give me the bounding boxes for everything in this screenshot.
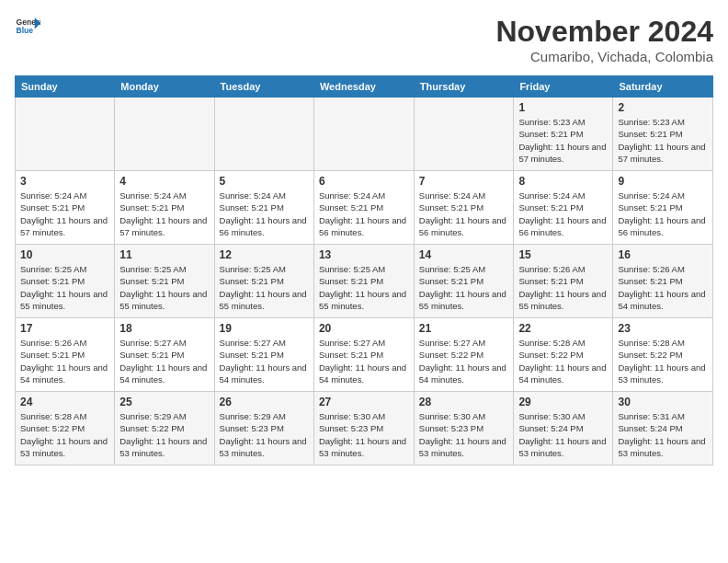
day-info: Sunrise: 5:27 AMSunset: 5:21 PMDaylight:…: [220, 337, 309, 385]
day-number: 3: [20, 175, 109, 188]
day-info: Sunrise: 5:30 AMSunset: 5:23 PMDaylight:…: [419, 410, 509, 459]
weekday-header-tuesday: Tuesday: [214, 76, 313, 98]
day-info: Sunrise: 5:28 AMSunset: 5:22 PMDaylight:…: [20, 410, 109, 459]
day-number: 9: [618, 175, 708, 188]
title-area: November 2024 Cumaribo, Vichada, Colombi…: [495, 15, 713, 64]
day-number: 13: [319, 248, 409, 261]
day-info: Sunrise: 5:25 AMSunset: 5:21 PMDaylight:…: [319, 263, 409, 312]
day-info: Sunrise: 5:29 AMSunset: 5:23 PMDaylight:…: [220, 410, 309, 459]
day-number: 5: [220, 175, 309, 188]
calendar-cell: 4Sunrise: 5:24 AMSunset: 5:21 PMDaylight…: [115, 171, 214, 245]
weekday-header-sunday: Sunday: [16, 76, 115, 98]
day-number: 15: [518, 248, 608, 261]
calendar-cell: 3Sunrise: 5:24 AMSunset: 5:21 PMDaylight…: [16, 171, 115, 245]
weekday-header-monday: Monday: [115, 76, 214, 98]
day-info: Sunrise: 5:28 AMSunset: 5:22 PMDaylight:…: [518, 337, 608, 385]
day-info: Sunrise: 5:28 AMSunset: 5:22 PMDaylight:…: [618, 337, 708, 385]
calendar-cell: 18Sunrise: 5:27 AMSunset: 5:21 PMDayligh…: [115, 318, 214, 392]
calendar-cell: 21Sunrise: 5:27 AMSunset: 5:22 PMDayligh…: [414, 318, 514, 392]
day-info: Sunrise: 5:27 AMSunset: 5:22 PMDaylight:…: [419, 337, 509, 385]
calendar-cell: 27Sunrise: 5:30 AMSunset: 5:23 PMDayligh…: [313, 392, 414, 465]
calendar-cell: 8Sunrise: 5:24 AMSunset: 5:21 PMDaylight…: [514, 171, 613, 245]
day-number: 20: [319, 322, 409, 335]
day-number: 16: [618, 248, 708, 261]
day-info: Sunrise: 5:24 AMSunset: 5:21 PMDaylight:…: [419, 190, 509, 238]
calendar-cell: 11Sunrise: 5:25 AMSunset: 5:21 PMDayligh…: [115, 245, 214, 318]
day-number: 12: [220, 248, 309, 261]
calendar-cell: 1Sunrise: 5:23 AMSunset: 5:21 PMDaylight…: [514, 98, 613, 171]
day-info: Sunrise: 5:25 AMSunset: 5:21 PMDaylight:…: [220, 263, 309, 312]
day-number: 6: [319, 175, 409, 188]
calendar-week-row: 24Sunrise: 5:28 AMSunset: 5:22 PMDayligh…: [16, 392, 713, 465]
weekday-header-friday: Friday: [514, 76, 613, 98]
day-number: 2: [618, 101, 708, 114]
day-number: 21: [419, 322, 509, 335]
day-info: Sunrise: 5:29 AMSunset: 5:22 PMDaylight:…: [119, 410, 209, 459]
calendar-cell: [214, 98, 313, 171]
calendar-cell: 5Sunrise: 5:24 AMSunset: 5:21 PMDaylight…: [214, 171, 313, 245]
calendar-cell: [16, 98, 115, 171]
calendar-cell: [313, 98, 414, 171]
day-number: 7: [419, 175, 509, 188]
day-info: Sunrise: 5:24 AMSunset: 5:21 PMDaylight:…: [518, 190, 608, 238]
calendar-cell: [115, 98, 214, 171]
day-number: 23: [618, 322, 708, 335]
calendar-cell: 17Sunrise: 5:26 AMSunset: 5:21 PMDayligh…: [16, 318, 115, 392]
day-number: 8: [518, 175, 608, 188]
calendar-cell: 23Sunrise: 5:28 AMSunset: 5:22 PMDayligh…: [613, 318, 713, 392]
calendar-cell: 29Sunrise: 5:30 AMSunset: 5:24 PMDayligh…: [514, 392, 613, 465]
calendar-cell: [414, 98, 514, 171]
calendar-cell: 6Sunrise: 5:24 AMSunset: 5:21 PMDaylight…: [313, 171, 414, 245]
day-number: 22: [518, 322, 608, 335]
weekday-header-wednesday: Wednesday: [313, 76, 414, 98]
day-info: Sunrise: 5:26 AMSunset: 5:21 PMDaylight:…: [618, 263, 708, 312]
day-number: 18: [119, 322, 209, 335]
calendar-cell: 15Sunrise: 5:26 AMSunset: 5:21 PMDayligh…: [514, 245, 613, 318]
day-info: Sunrise: 5:24 AMSunset: 5:21 PMDaylight:…: [20, 190, 109, 238]
day-info: Sunrise: 5:25 AMSunset: 5:21 PMDaylight:…: [419, 263, 509, 312]
day-number: 11: [119, 248, 209, 261]
day-info: Sunrise: 5:24 AMSunset: 5:21 PMDaylight:…: [119, 190, 209, 238]
calendar-cell: 22Sunrise: 5:28 AMSunset: 5:22 PMDayligh…: [514, 318, 613, 392]
day-number: 30: [618, 396, 708, 408]
day-number: 25: [119, 396, 209, 408]
logo-icon: General Blue: [15, 15, 40, 40]
calendar-table: SundayMondayTuesdayWednesdayThursdayFrid…: [15, 75, 713, 465]
calendar-week-row: 10Sunrise: 5:25 AMSunset: 5:21 PMDayligh…: [16, 245, 713, 318]
day-number: 17: [20, 322, 109, 335]
calendar-cell: 30Sunrise: 5:31 AMSunset: 5:24 PMDayligh…: [613, 392, 713, 465]
day-info: Sunrise: 5:25 AMSunset: 5:21 PMDaylight:…: [119, 263, 209, 312]
calendar-cell: 2Sunrise: 5:23 AMSunset: 5:21 PMDaylight…: [613, 98, 713, 171]
day-info: Sunrise: 5:24 AMSunset: 5:21 PMDaylight:…: [618, 190, 708, 238]
calendar-cell: 7Sunrise: 5:24 AMSunset: 5:21 PMDaylight…: [414, 171, 514, 245]
day-number: 4: [119, 175, 209, 188]
day-number: 1: [518, 101, 608, 114]
calendar-cell: 12Sunrise: 5:25 AMSunset: 5:21 PMDayligh…: [214, 245, 313, 318]
day-number: 24: [20, 396, 109, 408]
day-number: 27: [319, 396, 409, 408]
weekday-header-row: SundayMondayTuesdayWednesdayThursdayFrid…: [16, 76, 713, 98]
logo: General Blue: [15, 15, 40, 40]
calendar-cell: 16Sunrise: 5:26 AMSunset: 5:21 PMDayligh…: [613, 245, 713, 318]
day-info: Sunrise: 5:26 AMSunset: 5:21 PMDaylight:…: [518, 263, 608, 312]
header: General Blue November 2024 Cumaribo, Vic…: [15, 15, 713, 64]
day-info: Sunrise: 5:23 AMSunset: 5:21 PMDaylight:…: [618, 116, 708, 165]
day-number: 29: [518, 396, 608, 408]
calendar-cell: 19Sunrise: 5:27 AMSunset: 5:21 PMDayligh…: [214, 318, 313, 392]
svg-text:Blue: Blue: [17, 26, 34, 35]
day-info: Sunrise: 5:24 AMSunset: 5:21 PMDaylight:…: [220, 190, 309, 238]
day-number: 19: [220, 322, 309, 335]
day-number: 26: [220, 396, 309, 408]
calendar-cell: 26Sunrise: 5:29 AMSunset: 5:23 PMDayligh…: [214, 392, 313, 465]
day-info: Sunrise: 5:26 AMSunset: 5:21 PMDaylight:…: [20, 337, 109, 385]
day-info: Sunrise: 5:30 AMSunset: 5:24 PMDaylight:…: [518, 410, 608, 459]
day-info: Sunrise: 5:31 AMSunset: 5:24 PMDaylight:…: [618, 410, 708, 459]
calendar-week-row: 1Sunrise: 5:23 AMSunset: 5:21 PMDaylight…: [16, 98, 713, 171]
calendar-cell: 28Sunrise: 5:30 AMSunset: 5:23 PMDayligh…: [414, 392, 514, 465]
day-number: 10: [20, 248, 109, 261]
calendar-week-row: 17Sunrise: 5:26 AMSunset: 5:21 PMDayligh…: [16, 318, 713, 392]
day-info: Sunrise: 5:27 AMSunset: 5:21 PMDaylight:…: [319, 337, 409, 385]
day-info: Sunrise: 5:27 AMSunset: 5:21 PMDaylight:…: [119, 337, 209, 385]
calendar-cell: 14Sunrise: 5:25 AMSunset: 5:21 PMDayligh…: [414, 245, 514, 318]
day-number: 14: [419, 248, 509, 261]
